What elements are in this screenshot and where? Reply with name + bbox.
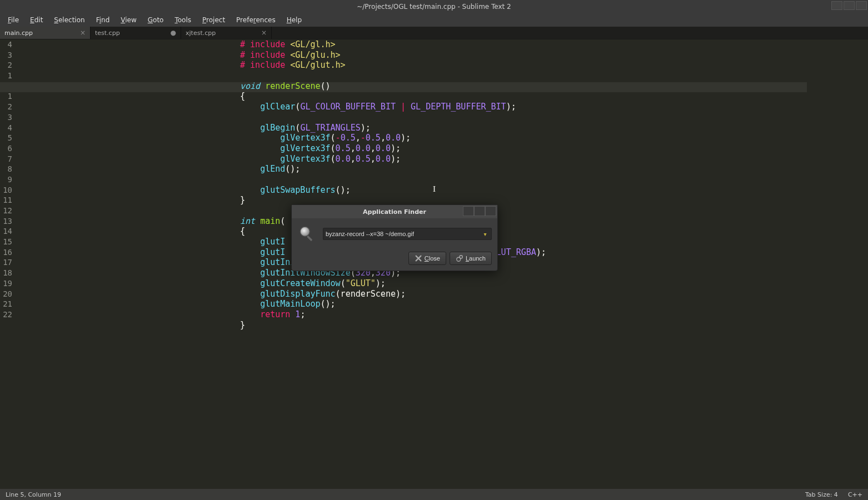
line-number: 4 <box>0 39 12 50</box>
code-line[interactable]: # include <GL/gl.h> <box>240 39 546 50</box>
dropdown-arrow-icon[interactable]: ▾ <box>481 231 489 237</box>
code-line[interactable] <box>240 174 546 185</box>
line-number: 9 <box>0 174 12 185</box>
line-number: 19 <box>0 278 12 289</box>
line-number: 7 <box>0 154 12 164</box>
application-finder-dialog: Application Finder ▾ <box>291 204 498 271</box>
code-line[interactable]: glClear(GL_COLOR_BUFFER_BIT | GL_DEPTH_B… <box>240 102 546 112</box>
window-title: ~/Projects/OGL test/main.cpp - Sublime T… <box>357 3 511 11</box>
code-line[interactable]: glVertex3f(0.5,0.0,0.0); <box>240 143 546 154</box>
line-number: 16 <box>0 247 12 258</box>
minimap[interactable] <box>807 39 868 454</box>
menu-selection[interactable]: Selection <box>48 14 90 26</box>
dialog-window-controls <box>463 206 496 216</box>
code-line[interactable]: glEnd(); <box>240 164 546 174</box>
gutter: 4321012345678910111213141516171819202122 <box>0 39 16 454</box>
code-line[interactable]: glBegin(GL_TRIANGLES); <box>240 123 546 133</box>
close-button[interactable]: Close <box>408 252 446 265</box>
text-cursor-icon: I <box>433 184 434 194</box>
tab-test-cpp[interactable]: test.cpp● <box>91 27 181 39</box>
line-number: 22 <box>0 309 12 320</box>
menu-bar: FileEditSelectionFindViewGotoToolsProjec… <box>0 13 868 27</box>
line-number: 3 <box>0 50 12 61</box>
window-maximize[interactable] <box>844 1 855 10</box>
dialog-title-bar[interactable]: Application Finder <box>292 205 497 218</box>
line-number: 13 <box>0 216 12 227</box>
magnifier-icon <box>297 224 317 244</box>
line-number: 2 <box>0 102 12 112</box>
code-line[interactable]: { <box>240 91 546 102</box>
status-tab-size[interactable]: Tab Size: 4 <box>805 491 838 498</box>
code-line[interactable]: void renderScene() <box>240 81 546 92</box>
menu-tools[interactable]: Tools <box>169 14 197 26</box>
menu-project[interactable]: Project <box>197 14 231 26</box>
dialog-minimize[interactable] <box>463 206 474 216</box>
window-minimize[interactable] <box>831 1 842 10</box>
svg-rect-1 <box>307 236 313 242</box>
tab-bar: main.cpp×test.cpp●xjtest.cpp× <box>0 27 868 39</box>
window-title-bar: ~/Projects/OGL test/main.cpp - Sublime T… <box>0 0 868 13</box>
gear-run-icon <box>456 254 463 262</box>
code-line[interactable]: glVertex3f(-0.5,-0.5,0.0); <box>240 133 546 143</box>
code-line[interactable]: return 1; <box>240 309 546 320</box>
line-number: 17 <box>0 257 12 268</box>
code-line[interactable]: # include <GL/glut.h> <box>240 60 546 71</box>
code-line[interactable]: # include <GL/glu.h> <box>240 50 546 61</box>
launch-button[interactable]: Launch <box>450 252 492 265</box>
line-number: 1 <box>0 71 12 81</box>
tab-xjtest-cpp[interactable]: xjtest.cpp× <box>181 27 272 39</box>
line-number: 6 <box>0 143 12 154</box>
status-syntax[interactable]: C++ <box>848 491 862 498</box>
tab-close-icon[interactable]: × <box>261 29 267 37</box>
line-number: 15 <box>0 237 12 247</box>
tab-main-cpp[interactable]: main.cpp× <box>0 27 91 39</box>
dialog-maximize[interactable] <box>474 206 485 216</box>
tab-close-icon[interactable]: × <box>80 29 86 37</box>
line-number: 1 <box>0 91 12 102</box>
menu-view[interactable]: View <box>115 14 142 26</box>
line-number: 8 <box>0 164 12 174</box>
code-area[interactable]: # include <GL/gl.h># include <GL/glu.h>#… <box>240 39 546 330</box>
tab-label: xjtest.cpp <box>186 29 216 37</box>
dialog-close[interactable] <box>485 206 496 216</box>
window-close[interactable] <box>856 1 867 10</box>
code-line[interactable] <box>240 112 546 123</box>
dirty-indicator-icon[interactable]: ● <box>171 29 176 37</box>
line-number: 5 <box>0 133 12 143</box>
line-number: 20 <box>0 289 12 299</box>
line-number: 3 <box>0 112 12 123</box>
tab-label: test.cpp <box>95 29 120 37</box>
menu-find[interactable]: Find <box>91 14 116 26</box>
status-cursor-position: Line 5, Column 19 <box>6 491 61 498</box>
line-number: 18 <box>0 268 12 278</box>
line-number: 4 <box>0 123 12 133</box>
menu-edit[interactable]: Edit <box>24 14 48 26</box>
menu-file[interactable]: File <box>2 14 24 26</box>
tab-label: main.cpp <box>4 29 33 37</box>
line-number: 14 <box>0 226 12 237</box>
code-line[interactable]: glVertex3f(0.0,0.5,0.0); <box>240 154 546 164</box>
code-line[interactable] <box>240 71 546 81</box>
statusbar: Line 5, Column 19 Tab Size: 4 C++ <box>0 489 868 500</box>
line-number: 2 <box>0 60 12 71</box>
code-line[interactable]: } <box>240 320 546 331</box>
code-line[interactable]: glutDisplayFunc(renderScene); <box>240 289 546 299</box>
command-input[interactable] <box>326 231 481 237</box>
dialog-title: Application Finder <box>363 208 426 216</box>
code-line[interactable]: glutCreateWindow("GLUT"); <box>240 278 546 289</box>
line-number: 12 <box>0 206 12 216</box>
line-number: 21 <box>0 299 12 309</box>
code-line[interactable]: glutMainLoop(); <box>240 299 546 309</box>
menu-goto[interactable]: Goto <box>142 14 169 26</box>
window-controls <box>831 1 867 10</box>
command-input-wrap[interactable]: ▾ <box>323 228 492 240</box>
code-line[interactable]: glutSwapBuffers(); <box>240 185 546 196</box>
svg-point-0 <box>300 227 310 236</box>
menu-preferences[interactable]: Preferences <box>231 14 281 26</box>
menu-help[interactable]: Help <box>281 14 307 26</box>
close-icon <box>415 254 422 262</box>
line-number: 11 <box>0 195 12 206</box>
line-number: 10 <box>0 185 12 196</box>
svg-point-3 <box>460 256 462 258</box>
